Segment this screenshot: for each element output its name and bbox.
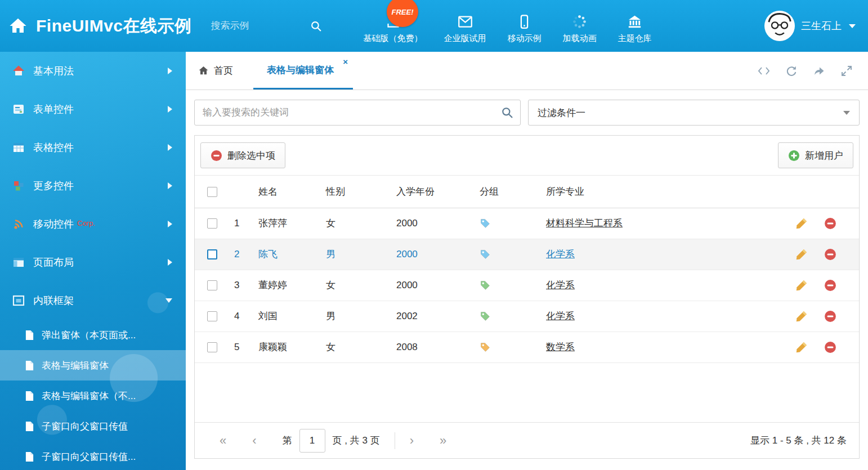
nav-mobile-demo[interactable]: 移动示例 <box>508 14 542 44</box>
delete-icon[interactable] <box>824 279 836 292</box>
chevron-right-icon <box>168 106 172 113</box>
sidebar-item-mobile-controls[interactable]: 移动控件 Corp. <box>0 205 186 243</box>
record-summary: 显示 1 - 5 条 , 共 12 条 <box>750 434 847 447</box>
cell-name: 康颖颖 <box>258 332 326 362</box>
add-user-button[interactable]: 新增用户 <box>778 142 853 168</box>
refresh-icon[interactable] <box>785 65 798 77</box>
col-actions <box>780 176 859 208</box>
major-link[interactable]: 数学系 <box>546 342 575 352</box>
header-search-input[interactable] <box>211 20 307 32</box>
tab-label: 首页 <box>214 64 233 77</box>
page-next-button[interactable]: › <box>410 435 414 447</box>
minus-circle-icon <box>211 150 222 162</box>
sidebar-item-grid-controls[interactable]: 表格控件 <box>0 128 186 167</box>
sidebar-subitem-child-to-parent[interactable]: 子窗口向父窗口传值 <box>0 411 186 441</box>
close-icon[interactable]: × <box>343 57 348 66</box>
header-search <box>211 20 322 32</box>
add-user-label: 新增用户 <box>805 149 843 162</box>
sidebar-subitem-label: 表格与编辑窗体（不... <box>42 390 136 402</box>
sidebar-subitem-grid-edit-window[interactable]: 表格与编辑窗体 <box>0 350 186 381</box>
sidebar-subitem-popup-window[interactable]: 弹出窗体（本页面或... <box>0 320 186 350</box>
page-suffix-label: 页 , 共 3 页 <box>333 434 380 447</box>
col-name: 姓名 <box>258 176 326 208</box>
row-checkbox[interactable] <box>207 342 217 352</box>
users-table: 姓名 性别 入学年份 分组 所学专业 1 张萍萍 女 2000 <box>195 176 859 363</box>
delete-icon[interactable] <box>824 341 836 353</box>
user-menu[interactable]: 三生石上 <box>764 11 868 41</box>
file-icon <box>25 421 34 432</box>
tab-tools <box>758 52 868 89</box>
table-header-row: 姓名 性别 入学年份 分组 所学专业 <box>195 176 859 208</box>
cell-year: 2000 <box>396 270 480 301</box>
delete-icon[interactable] <box>824 217 836 230</box>
fineui-demo-app: FineUIMvc在线示例 FREE! 基础版（免费） <box>0 0 868 470</box>
sidebar-subitem-child-to-parent-2[interactable]: 子窗口向父窗口传值... <box>0 441 186 470</box>
nav-label: 移动示例 <box>508 33 542 44</box>
edit-icon[interactable] <box>795 279 808 292</box>
file-icon <box>25 330 34 341</box>
select-all-checkbox[interactable] <box>207 187 217 197</box>
chevron-right-icon <box>168 68 172 74</box>
mobile-icon <box>517 14 532 29</box>
tab-home[interactable]: 首页 <box>186 52 245 89</box>
nav-label: 基础版（免费） <box>364 33 423 44</box>
nav-theme-store[interactable]: 主题仓库 <box>618 14 652 44</box>
keyword-search-input[interactable] <box>194 100 521 126</box>
top-header: FineUIMvc在线示例 FREE! 基础版（免费） <box>0 0 868 52</box>
pager-divider <box>395 432 395 449</box>
search-icon[interactable] <box>310 20 322 32</box>
search-icon[interactable] <box>501 106 513 119</box>
table-row[interactable]: 4 刘国 男 2002 化学系 <box>195 301 859 332</box>
file-icon <box>25 360 34 371</box>
delete-icon[interactable] <box>824 310 836 323</box>
sidebar-subitem-grid-edit-window-2[interactable]: 表格与编辑窗体（不... <box>0 381 186 411</box>
delete-selected-label: 删除选中项 <box>227 149 275 162</box>
table-row[interactable]: 2 陈飞 男 2000 化学系 <box>195 239 859 270</box>
filter-dropdown-value: 过滤条件一 <box>538 106 585 119</box>
grid-empty-area <box>195 363 859 423</box>
edit-icon[interactable] <box>795 310 808 323</box>
edit-icon[interactable] <box>795 217 808 230</box>
row-checkbox[interactable] <box>207 280 217 290</box>
page-last-button[interactable]: » <box>440 435 446 447</box>
sidebar: 基本用法 表单控件 表格控件 <box>0 52 186 470</box>
row-checkbox[interactable] <box>207 311 217 321</box>
expand-icon[interactable] <box>840 65 853 77</box>
col-major: 所学专业 <box>546 176 780 208</box>
page-number-input[interactable] <box>299 429 325 453</box>
table-row[interactable]: 5 康颖颖 女 2008 数学系 <box>195 332 859 362</box>
sidebar-item-more-controls[interactable]: 更多控件 <box>0 167 186 205</box>
major-link[interactable]: 材料科学与工程系 <box>546 218 623 229</box>
nav-enterprise-trial[interactable]: 企业版试用 <box>444 14 486 44</box>
code-icon[interactable] <box>758 65 770 77</box>
edit-icon[interactable] <box>795 341 808 353</box>
tab-grid-edit-window[interactable]: 表格与编辑窗体 × <box>253 52 353 89</box>
row-checkbox[interactable] <box>207 249 217 259</box>
sidebar-item-form-controls[interactable]: 表单控件 <box>0 90 186 128</box>
sidebar-item-iframe[interactable]: 内联框架 <box>0 281 186 320</box>
page-first-button[interactable]: « <box>220 435 226 447</box>
page-prev-button[interactable]: ‹ <box>252 435 256 447</box>
row-checkbox[interactable] <box>207 218 217 229</box>
sidebar-item-page-layout[interactable]: 页面布局 <box>0 243 186 281</box>
user-name: 三生石上 <box>801 19 842 33</box>
cell-gender: 女 <box>326 208 396 239</box>
row-number: 2 <box>234 239 258 270</box>
delete-selected-button[interactable]: 删除选中项 <box>200 142 285 168</box>
delete-icon[interactable] <box>824 248 836 261</box>
nav-loading-animation[interactable]: 加载动画 <box>563 14 597 44</box>
tab-bar: 首页 表格与编辑窗体 × <box>186 52 868 90</box>
edit-icon[interactable] <box>795 248 808 261</box>
major-link[interactable]: 化学系 <box>546 280 575 290</box>
table-row[interactable]: 3 董婷婷 女 2000 化学系 <box>195 270 859 301</box>
share-icon[interactable] <box>813 65 825 77</box>
filter-dropdown[interactable]: 过滤条件一 <box>528 100 860 126</box>
major-link[interactable]: 化学系 <box>546 249 575 259</box>
major-link[interactable]: 化学系 <box>546 311 575 321</box>
table-row[interactable]: 1 张萍萍 女 2000 材料科学与工程系 <box>195 208 859 239</box>
sidebar-item-basic-usage[interactable]: 基本用法 <box>0 52 186 90</box>
home-icon <box>9 17 27 35</box>
brand[interactable]: FineUIMvc在线示例 <box>0 15 192 38</box>
envelope-icon <box>458 14 473 29</box>
chevron-right-icon <box>168 259 172 266</box>
